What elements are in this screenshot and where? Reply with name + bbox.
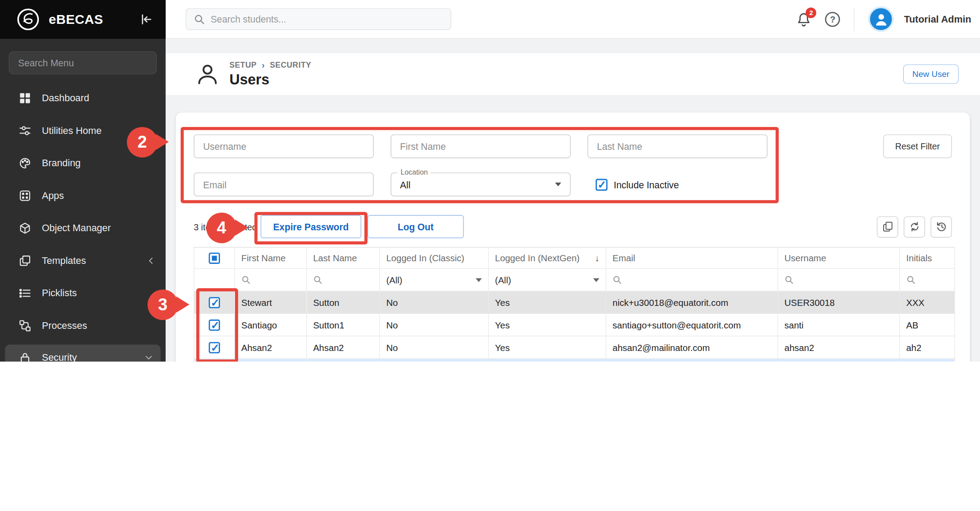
sidebar-item-apps[interactable]: Apps xyxy=(0,179,166,212)
revert-history-button[interactable] xyxy=(931,216,952,237)
search-icon xyxy=(612,275,622,284)
sidebar-item-dashboard[interactable]: Dashboard xyxy=(0,82,166,114)
sidebar-item-label: Dashboard xyxy=(42,92,156,103)
email-column-filter[interactable] xyxy=(606,269,778,291)
notifications-bell-icon[interactable]: 2 xyxy=(797,11,812,27)
logged-in-classic-filter-select[interactable]: (All) xyxy=(380,269,488,291)
search-icon xyxy=(194,13,205,24)
cell-first-name[interactable]: Ahsan2 xyxy=(235,336,307,358)
sidebar-item-picklists[interactable]: Picklists xyxy=(0,277,166,310)
column-header-logged-in-nextgen[interactable]: Logged In (NextGen) xyxy=(488,247,606,268)
avatar[interactable] xyxy=(868,6,894,32)
annotation-arrow-2 xyxy=(156,134,169,150)
username-column-filter[interactable] xyxy=(778,269,900,291)
column-header-email[interactable]: Email xyxy=(606,247,778,268)
sidebar-item-label: Branding xyxy=(42,157,156,168)
cell-logged-in-nextgen: Yes xyxy=(488,336,606,358)
sidebar-header: eBECAS xyxy=(0,0,166,39)
cell-username[interactable]: USER30018 xyxy=(778,291,900,313)
annotation-badge-4: 4 xyxy=(206,213,237,243)
cell-first-name[interactable]: Shelby xyxy=(235,358,307,362)
user-name: Tutorial Admin xyxy=(904,13,971,24)
column-header-initials[interactable]: Initials xyxy=(900,247,954,268)
app-root: eBECAS Dashboard Utilities Home xyxy=(0,0,980,362)
cell-last-name[interactable]: Mckenzie xyxy=(307,358,380,362)
sidebar-item-object-manager[interactable]: Object Manager xyxy=(0,212,166,245)
annotation-box-3 xyxy=(196,288,238,362)
table-row[interactable]: Stewart Sutton No Yes nick+u30018@equato… xyxy=(194,291,954,313)
last-name-column-filter[interactable] xyxy=(307,269,380,291)
sidebar-item-label: Apps xyxy=(42,190,156,201)
sidebar-item-security[interactable]: Security xyxy=(5,344,160,362)
sidebar-item-templates[interactable]: Templates xyxy=(0,244,166,277)
cell-logged-in-classic: No xyxy=(380,291,488,313)
cell-initials[interactable]: DK xyxy=(900,358,954,362)
sidebar-item-processes[interactable]: Processes xyxy=(0,309,166,342)
column-header-logged-in-classic[interactable]: Logged In (Classic) xyxy=(380,247,488,268)
column-header-username[interactable]: Username xyxy=(778,247,900,268)
cell-username[interactable]: santi xyxy=(778,313,900,336)
column-header-first-name[interactable]: First Name xyxy=(235,247,307,268)
logged-in-nextgen-filter-select[interactable]: (All) xyxy=(488,269,606,291)
reset-filter-button[interactable]: Reset Filter xyxy=(883,134,952,158)
topbar-divider xyxy=(854,7,855,31)
sidebar: eBECAS Dashboard Utilities Home xyxy=(0,0,166,362)
annotation-badge-3: 3 xyxy=(148,290,178,320)
table-row[interactable]: Santiago Sutton1 No Yes santiago+sutton@… xyxy=(194,313,954,336)
annotation-arrow-3 xyxy=(176,296,190,313)
cell-username[interactable]: USER1 xyxy=(778,358,900,362)
refresh-icon xyxy=(908,221,920,233)
processes-icon xyxy=(19,320,31,332)
cell-email[interactable]: ahsan2@mailinator.com xyxy=(606,336,778,358)
templates-icon xyxy=(19,255,31,267)
table-row[interactable]: Shelby Mckenzie No No natoque.penatibus@… xyxy=(194,358,954,362)
cell-email[interactable]: natoque.penatibus@metus.co.uk xyxy=(606,358,778,362)
sidebar-nav: Dashboard Utilities Home Branding xyxy=(0,82,166,362)
cell-initials[interactable]: XXX xyxy=(900,291,954,313)
export-icon xyxy=(881,221,893,233)
sidebar-group-security: Security Users Roles xyxy=(0,344,166,362)
sidebar-collapse-icon[interactable] xyxy=(139,12,153,26)
chevron-down-icon xyxy=(144,353,153,362)
ebecas-logo-icon xyxy=(15,6,41,32)
cell-last-name[interactable]: Sutton1 xyxy=(307,313,380,336)
cell-initials[interactable]: ah2 xyxy=(900,336,954,358)
cell-email[interactable]: santiago+sutton@equatorit.com xyxy=(606,313,778,336)
apps-icon xyxy=(19,190,31,202)
log-out-button[interactable]: Log Out xyxy=(368,215,464,238)
breadcrumb-setup[interactable]: SETUP xyxy=(229,61,257,69)
initials-column-filter[interactable] xyxy=(900,269,954,291)
sliders-icon xyxy=(19,124,31,137)
annotation-box-2 xyxy=(181,127,779,203)
help-icon[interactable] xyxy=(825,11,840,27)
sidebar-search-input[interactable] xyxy=(9,51,157,74)
cell-first-name[interactable]: Stewart xyxy=(235,291,307,313)
first-name-column-filter[interactable] xyxy=(235,269,307,291)
chevron-left-icon xyxy=(147,256,156,265)
select-all-checkbox[interactable] xyxy=(209,252,220,263)
cell-username[interactable]: ahsan2 xyxy=(778,336,900,358)
cube-icon xyxy=(19,222,31,234)
topbar: 2 Tutorial Admin xyxy=(166,0,980,39)
grid-toolbar xyxy=(877,216,952,237)
list-icon xyxy=(19,287,31,299)
sidebar-item-label: Security xyxy=(42,352,134,362)
cell-first-name[interactable]: Santiago xyxy=(235,313,307,336)
cell-logged-in-nextgen: No xyxy=(488,358,606,362)
annotation-box-4 xyxy=(254,212,368,245)
cell-logged-in-classic: No xyxy=(380,313,488,336)
export-button[interactable] xyxy=(877,216,898,237)
refresh-button[interactable] xyxy=(904,216,925,237)
breadcrumb-security[interactable]: SECURITY xyxy=(270,61,311,69)
sidebar-item-label: Object Manager xyxy=(42,223,156,234)
sidebar-search xyxy=(9,51,157,74)
column-header-last-name[interactable]: Last Name xyxy=(307,247,380,268)
new-user-button[interactable]: New User xyxy=(903,65,959,84)
cell-last-name[interactable]: Sutton xyxy=(307,291,380,313)
cell-last-name[interactable]: Ahsan2 xyxy=(307,336,380,358)
cell-email[interactable]: nick+u30018@equatorit.com xyxy=(606,291,778,313)
student-search-input[interactable] xyxy=(211,14,443,24)
cell-logged-in-nextgen: Yes xyxy=(488,291,606,313)
table-row[interactable]: Ahsan2 Ahsan2 No Yes ahsan2@mailinator.c… xyxy=(194,336,954,358)
cell-initials[interactable]: AB xyxy=(900,313,954,336)
